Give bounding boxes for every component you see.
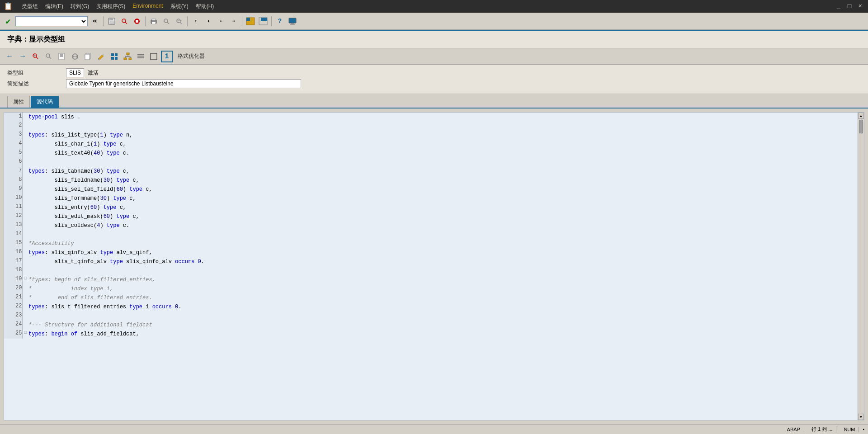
- menu-help[interactable]: 帮助(H): [196, 3, 214, 10]
- titlebar: 📋 类型组 编辑(E) 转到(G) 实用程序(S) Environment 系统…: [0, 0, 868, 13]
- code-token: slis_coldesc(: [28, 222, 97, 229]
- code-token: c,: [129, 177, 139, 184]
- menu-goto[interactable]: 转到(G): [71, 3, 89, 10]
- minimize-button[interactable]: _: [835, 3, 843, 10]
- code-line: * index type i,: [28, 284, 858, 293]
- globe-button[interactable]: [69, 51, 81, 62]
- scroll-thumb[interactable]: [859, 120, 863, 133]
- back-double-button[interactable]: ≪: [90, 16, 100, 27]
- svg-rect-44: [129, 58, 132, 60]
- monitor-button[interactable]: [287, 16, 298, 27]
- table-row: 17 slis_t_qinfo_alv type slis_qinfo_alv …: [4, 257, 858, 266]
- window-controls: _ □ ×: [835, 3, 864, 10]
- code-token: type: [113, 195, 126, 202]
- menu-bar: 类型组 编辑(E) 转到(G) 实用程序(S) Environment 系统(Y…: [22, 3, 826, 10]
- line-number: 16: [4, 248, 22, 257]
- info-button[interactable]: i: [161, 51, 173, 62]
- code-line: *Accessibility: [28, 239, 858, 248]
- close-button[interactable]: ×: [856, 3, 864, 10]
- desc-value: Globale Typen für generische Listbaustei…: [66, 79, 301, 88]
- forward-button[interactable]: →: [17, 51, 28, 62]
- find-button[interactable]: [119, 16, 130, 27]
- code-token: c.: [120, 222, 130, 229]
- table-row: 5 slis_text40(40) type c.: [4, 149, 858, 158]
- code-token: types: [28, 304, 45, 310]
- edit-button[interactable]: [56, 51, 68, 62]
- code-token: begin of: [51, 331, 77, 337]
- pencil-button[interactable]: [95, 51, 107, 62]
- line-number: 1: [4, 113, 22, 122]
- svg-rect-1: [109, 18, 113, 20]
- scroll-up-button[interactable]: ▲: [858, 113, 864, 119]
- table-row: 3types: slis_list_type(1) type n,: [4, 131, 858, 140]
- help-button[interactable]: ?: [274, 16, 285, 27]
- layout1-button[interactable]: [245, 16, 256, 27]
- svg-rect-16: [246, 18, 250, 21]
- menu-environment[interactable]: Environment: [132, 3, 163, 10]
- menu-edit[interactable]: 编辑(E): [45, 3, 63, 10]
- tab-source-code[interactable]: 源代码: [31, 96, 59, 108]
- copy-button[interactable]: [82, 51, 94, 62]
- expand-icon: [22, 131, 28, 140]
- line-number: 25: [4, 330, 22, 339]
- hier-button[interactable]: [122, 51, 133, 62]
- svg-rect-18: [261, 18, 267, 21]
- expand-icon[interactable]: □: [22, 275, 28, 284]
- check-button[interactable]: ✔: [3, 16, 14, 27]
- find2-button[interactable]: [161, 16, 172, 27]
- sep1: [103, 16, 104, 26]
- code-token: type: [116, 177, 129, 184]
- menu-utilities[interactable]: 实用程序(S): [96, 3, 125, 10]
- code-line: slis_coldesc(4) type c.: [28, 221, 858, 230]
- svg-line-11: [167, 22, 169, 24]
- expand-icon: [22, 176, 28, 185]
- table-row: 9 slis_sel_tab_field(60) type c,: [4, 185, 858, 194]
- nav-dropdown[interactable]: [15, 16, 88, 26]
- code-token: slis_formname(: [28, 195, 100, 202]
- menu-system[interactable]: 系统(Y): [170, 3, 189, 10]
- svg-rect-21: [290, 24, 295, 25]
- back-button[interactable]: ←: [4, 51, 15, 62]
- multi-button[interactable]: [108, 51, 120, 62]
- line-number: 6: [4, 158, 22, 167]
- layout2-button[interactable]: [258, 16, 269, 27]
- menu-type-group[interactable]: 类型组: [22, 3, 38, 10]
- stop-button[interactable]: [132, 16, 142, 27]
- nav-up-button[interactable]: ⬆: [190, 16, 201, 27]
- table-row: 1type-pool slis .: [4, 113, 858, 122]
- statusbar: ABAP 行 1 列 ... NUM ▪: [0, 424, 868, 434]
- code-token: ): [97, 204, 103, 211]
- svg-rect-19: [289, 18, 296, 23]
- code-line: types: slis_tabname(30) type c,: [28, 167, 858, 176]
- vertical-scrollbar[interactable]: ▲ ▼: [858, 113, 864, 420]
- nav-down-button[interactable]: ⬇: [203, 16, 214, 27]
- nav-right-button[interactable]: ➡: [228, 16, 239, 27]
- box-button[interactable]: [148, 51, 160, 62]
- list-button[interactable]: [135, 51, 146, 62]
- table-row: 8 slis_fieldname(30) type c,: [4, 176, 858, 185]
- search-icon-btn[interactable]: [30, 51, 42, 62]
- code-token: [172, 304, 175, 310]
- table-row: 18: [4, 266, 858, 275]
- sep5: [271, 16, 272, 26]
- code-scroll[interactable]: 1type-pool slis .2 3types: slis_list_typ…: [4, 113, 858, 420]
- svg-rect-40: [111, 57, 114, 60]
- search2-icon-btn[interactable]: [43, 51, 55, 62]
- tab-properties[interactable]: 属性: [7, 96, 30, 108]
- code-token: slis_char_1(: [28, 141, 94, 147]
- code-token: ): [123, 186, 129, 193]
- print-button[interactable]: [148, 16, 159, 27]
- save-button[interactable]: [106, 16, 117, 27]
- scroll-down-button[interactable]: ▼: [858, 414, 864, 420]
- nav-left-button[interactable]: ⬅: [216, 16, 226, 27]
- sep4: [242, 16, 242, 26]
- expand-icon[interactable]: □: [22, 330, 28, 339]
- find3-button[interactable]: [174, 16, 184, 27]
- num-indicator: NUM: [840, 427, 859, 432]
- code-token: c.: [120, 150, 130, 156]
- maximize-button[interactable]: □: [845, 3, 854, 10]
- table-row: 16types: slis_qinfo_alv type alv_s_qinf,: [4, 248, 858, 257]
- code-token: ): [97, 141, 103, 147]
- table-row: 10 slis_formname(30) type c,: [4, 194, 858, 203]
- scroll-track: [858, 119, 864, 414]
